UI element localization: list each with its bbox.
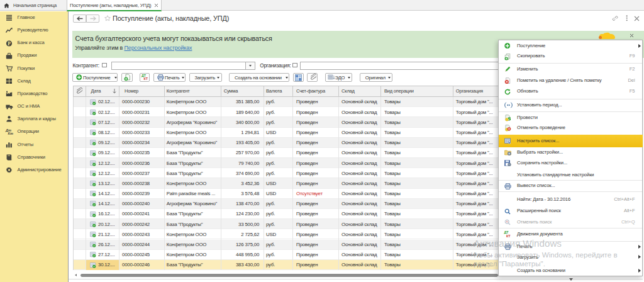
svg-text:P: P — [8, 40, 11, 46]
